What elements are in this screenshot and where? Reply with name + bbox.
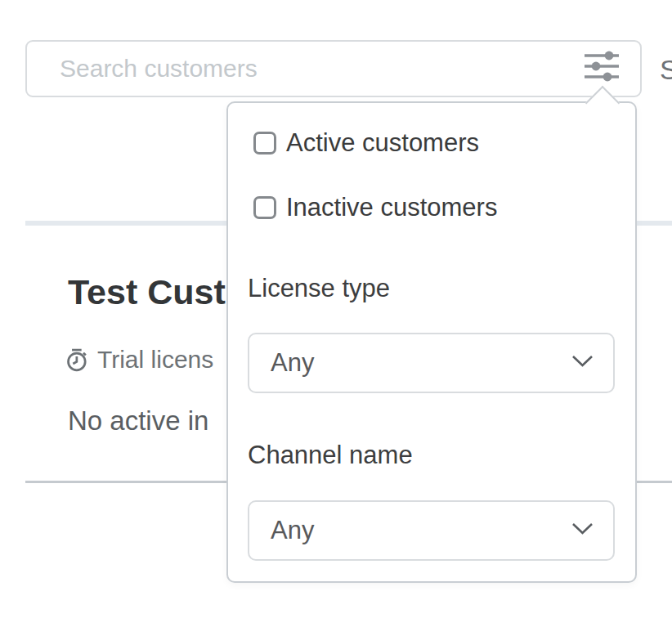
license-text: Trial licens	[97, 346, 213, 374]
channel-name-select[interactable]: Any	[248, 500, 615, 561]
checkbox-label: Active customers	[286, 128, 479, 158]
customer-name-heading: Test Cust	[68, 275, 226, 310]
license-type-select[interactable]: Any	[248, 333, 615, 393]
customer-status-text: No active in	[68, 405, 208, 437]
filter-button[interactable]	[582, 50, 621, 84]
select-value: Any	[271, 348, 571, 378]
filter-option-active: Active customers	[253, 131, 479, 155]
timer-icon	[65, 347, 90, 373]
license-type-label: License type	[248, 275, 390, 302]
sliders-icon	[583, 72, 620, 84]
chevron-down-icon	[571, 355, 594, 371]
select-value: Any	[271, 516, 571, 545]
channel-name-label: Channel name	[248, 441, 413, 469]
chevron-down-icon	[571, 522, 594, 539]
active-customers-checkbox[interactable]	[253, 132, 276, 154]
inactive-customers-checkbox[interactable]	[253, 196, 276, 219]
filter-option-inactive: Inactive customers	[253, 195, 497, 220]
filter-popover: Active customers Inactive customers Lice…	[226, 101, 637, 583]
license-row: Trial licens	[65, 346, 213, 374]
cutoff-right-text[interactable]: S	[660, 54, 672, 86]
checkbox-label: Inactive customers	[286, 193, 497, 222]
search-input[interactable]	[25, 40, 642, 97]
